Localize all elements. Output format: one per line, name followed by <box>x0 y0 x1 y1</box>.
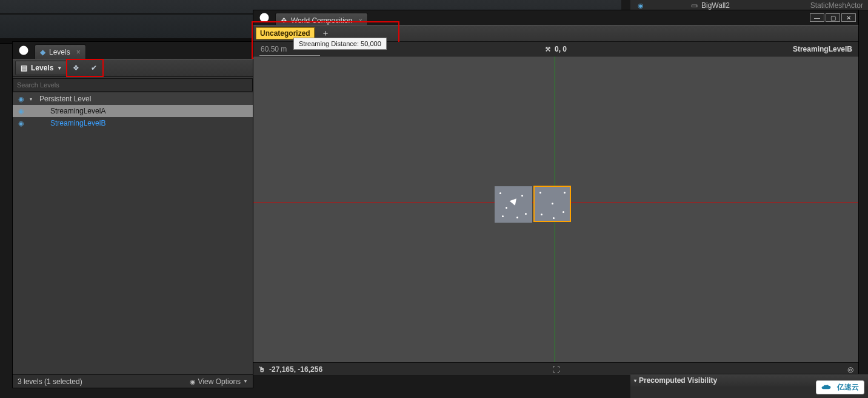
eye-icon <box>190 377 196 386</box>
section-title: Precomputed Visibility <box>639 376 717 385</box>
close-button[interactable]: ✕ <box>841 13 856 22</box>
eye-icon[interactable] <box>16 95 26 103</box>
eye-icon[interactable] <box>16 107 26 115</box>
level-name: Persistent Level <box>39 95 91 103</box>
level-name: StreamingLevelB <box>50 119 105 127</box>
ue-logo-icon <box>13 42 35 59</box>
summon-world-comp-button[interactable]: ❖ <box>70 61 83 75</box>
outliner-actor[interactable]: ▭ BigWall2 <box>691 1 730 10</box>
scale-line <box>259 55 320 56</box>
watermark-text: 亿速云 <box>837 382 859 393</box>
mouse-coords: 🖱 -27,165, -16,256 <box>258 365 322 374</box>
chevron-down-icon: ▼ <box>57 66 62 71</box>
levels-status: 3 levels (1 selected) <box>18 377 82 386</box>
ue-logo-icon <box>253 10 275 25</box>
level-name: StreamingLevelA <box>50 107 105 115</box>
view-options-label: View Options <box>198 377 241 386</box>
mouse-icon: 🖱 <box>258 365 265 374</box>
current-level-label: StreamingLevelB <box>793 45 852 53</box>
mouse-coords-value: -27,165, -16,256 <box>269 365 322 374</box>
highlight-toolbar: ❖ ✔ <box>66 59 104 77</box>
world-icon: ❖ <box>281 16 287 25</box>
level-row-persistent[interactable]: ▾ Persistent Level <box>13 93 253 105</box>
origin-value: 0, 0 <box>555 45 567 53</box>
actor-type: StaticMeshActor <box>810 1 863 10</box>
view-options-dropdown[interactable]: View Options ▼ <box>190 377 248 386</box>
level-row-streaming-a[interactable]: StreamingLevelA <box>13 105 253 117</box>
layer-label: Uncategorized <box>260 29 310 38</box>
level-details-button[interactable]: ✔ <box>87 61 101 75</box>
fit-all-button[interactable]: ◎ <box>847 365 853 374</box>
level-tile-a[interactable] <box>495 186 532 223</box>
levels-tabbar: ◆ Levels × <box>13 42 253 59</box>
eye-icon[interactable] <box>16 119 26 127</box>
tab-levels[interactable]: ◆ Levels × <box>35 44 86 59</box>
window-controls: — ▢ ✕ <box>810 13 858 22</box>
levels-toolbar: ▤ Levels ▼ ❖ ✔ <box>13 59 253 77</box>
eye-icon[interactable] <box>638 1 644 10</box>
close-icon[interactable]: × <box>358 16 362 25</box>
levels-panel: ◆ Levels × ▤ Levels ▼ ❖ ✔ ▾ Persistent L… <box>12 41 253 388</box>
wc-canvas[interactable] <box>253 56 858 363</box>
level-tile-b-selected[interactable] <box>533 186 571 222</box>
wc-layer-bar: Uncategorized ＋ Streaming Distance: 50,0… <box>253 25 858 42</box>
levels-footer: 3 levels (1 selected) View Options ▼ <box>13 374 253 388</box>
levels-dd-icon: ▤ <box>21 64 27 72</box>
fit-selection-button[interactable]: ⛶ <box>552 365 559 374</box>
expand-icon[interactable]: ▾ <box>30 96 36 102</box>
world-origin[interactable]: ⤧ 0, 0 <box>545 45 567 53</box>
world-composition-window: ❖ World Composition × — ▢ ✕ Uncategorize… <box>253 10 859 376</box>
search-levels[interactable] <box>13 78 253 92</box>
tab-label: Levels <box>49 48 70 56</box>
levels-dropdown[interactable]: ▤ Levels ▼ <box>15 61 67 75</box>
tab-label: World Composition <box>291 16 352 25</box>
wc-titlebar[interactable]: ❖ World Composition × — ▢ ✕ <box>253 10 858 25</box>
chevron-down-icon: ▼ <box>243 379 248 384</box>
levels-icon: ◆ <box>40 48 45 56</box>
scale-value: 60.50 m <box>253 45 287 53</box>
origin-icon: ⤧ <box>545 45 551 53</box>
maximize-button[interactable]: ▢ <box>826 13 840 22</box>
mesh-icon: ▭ <box>691 1 698 10</box>
search-input[interactable] <box>13 78 253 92</box>
close-icon[interactable]: × <box>76 48 81 56</box>
expand-icon[interactable]: ▾ <box>634 378 636 383</box>
watermark: 亿速云 <box>816 380 864 394</box>
minimize-button[interactable]: — <box>810 13 824 22</box>
levels-dd-label: Levels <box>31 64 53 72</box>
level-row-streaming-b[interactable]: StreamingLevelB <box>13 117 253 129</box>
tooltip: Streaming Distance: 50,000 <box>293 38 387 50</box>
actor-name: BigWall2 <box>701 1 730 10</box>
